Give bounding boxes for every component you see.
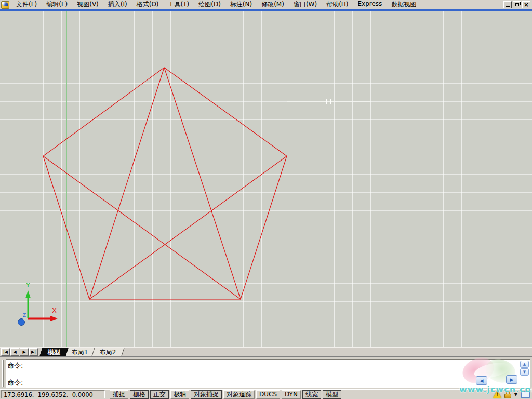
command-input-line[interactable]: 命令: — [6, 377, 520, 388]
layout-tabs: 模型布局1布局2 — [41, 348, 121, 356]
command-window: 命令: 命令: ▲ ▼ — [0, 356, 532, 389]
ucs-z-label: Z — [23, 313, 26, 318]
autocad-window: 文件(F)编辑(E)视图(V)插入(I)格式(O)工具(T)绘图(D)标注(N)… — [0, 0, 532, 399]
menu-item-tools[interactable]: 工具(T) — [164, 0, 194, 10]
close-button[interactable]: × — [522, 1, 530, 8]
toggle-otrack[interactable]: 对象追踪 — [223, 390, 255, 399]
menu-item-window[interactable]: 窗口(W) — [289, 0, 322, 10]
layout-tab-bar: |◀◀▶▶| 模型布局1布局2 — [0, 347, 532, 356]
ucs-icon: X Y Z — [18, 281, 58, 326]
toggle-polar[interactable]: 极轴 — [170, 390, 189, 399]
toggle-grid[interactable]: 栅格 — [130, 390, 149, 399]
pentagon-star-drawing[interactable]: X Y Z — [0, 11, 532, 347]
tab-model-label: 模型 — [48, 348, 60, 356]
tab-nav-prev-button[interactable]: ◀ — [10, 348, 19, 356]
toggle-ducs[interactable]: DUCS — [256, 390, 280, 399]
window-controls: × — [503, 1, 532, 8]
toggle-snap[interactable]: 捕捉 — [110, 390, 128, 399]
menu-item-modify[interactable]: 修改(M) — [257, 0, 289, 10]
tab-nav-buttons: |◀◀▶▶| — [0, 348, 39, 356]
close-icon: × — [524, 2, 529, 8]
minimize-button[interactable] — [503, 1, 512, 8]
tab-nav-first-button[interactable]: |◀ — [1, 348, 10, 356]
coordinate-readout[interactable]: 173.6916, 199.6352, 0.0000 — [1, 390, 105, 398]
annotation-warning-icon[interactable] — [493, 391, 501, 398]
restore-button[interactable] — [513, 1, 521, 8]
tab-layout2-label: 布局2 — [99, 348, 116, 356]
pentagram-line[interactable] — [164, 68, 241, 299]
pickbox-cursor — [326, 99, 331, 104]
toggle-dyn[interactable]: DYN — [282, 390, 301, 399]
menu-bar: 文件(F)编辑(E)视图(V)插入(I)格式(O)工具(T)绘图(D)标注(N)… — [0, 0, 532, 9]
menu-item-draw[interactable]: 绘图(D) — [194, 0, 225, 10]
tab-layout2[interactable]: 布局2 — [91, 348, 124, 356]
menu-item-help[interactable]: 帮助(H) — [322, 0, 353, 10]
menu-item-format[interactable]: 格式(O) — [132, 0, 164, 10]
pentagram-line[interactable] — [89, 68, 164, 299]
menu-item-dimension[interactable]: 标注(N) — [225, 0, 257, 10]
command-history-line[interactable]: 命令: — [6, 360, 520, 376]
menu-item-view[interactable]: 视图(V) — [72, 0, 103, 10]
menu-item-dataview[interactable]: 数据视图 — [387, 0, 421, 10]
drawing-canvas[interactable]: X Y Z — [0, 11, 532, 347]
status-bar: 173.6916, 199.6352, 0.0000 捕捉栅格正交极轴对象捕捉对… — [0, 389, 532, 399]
menu-item-express[interactable]: Express — [353, 0, 387, 10]
toggle-ortho[interactable]: 正交 — [150, 390, 169, 399]
toggle-osnap[interactable]: 对象捕捉 — [191, 390, 222, 399]
app-icon[interactable] — [1, 1, 9, 9]
restore-icon — [515, 3, 519, 6]
status-tray: ▼ — [493, 391, 532, 398]
ucs-x-label: X — [52, 307, 57, 314]
toggle-model[interactable]: 模型 — [323, 390, 341, 399]
toggle-lineweight[interactable]: 线宽 — [302, 390, 321, 399]
clean-screen-button[interactable] — [521, 391, 530, 398]
scroll-up-button[interactable]: ▲ — [520, 361, 529, 368]
command-scrollbar: ▲ ▼ — [520, 361, 529, 376]
tab-model[interactable]: 模型 — [39, 348, 69, 356]
pentagram-line[interactable] — [43, 156, 241, 300]
menu-item-file[interactable]: 文件(F) — [11, 0, 42, 10]
pentagram-line[interactable] — [89, 156, 287, 300]
pentagon-outline[interactable] — [43, 68, 287, 299]
tab-nav-next-button[interactable]: ▶ — [20, 348, 29, 356]
tray-menu-arrow-icon[interactable]: ▼ — [514, 392, 517, 397]
ucs-y-label: Y — [25, 281, 30, 289]
lock-body — [504, 394, 511, 398]
tab-nav-last-button[interactable]: ▶| — [29, 348, 38, 356]
command-window-grip[interactable] — [2, 360, 4, 387]
menu-item-edit[interactable]: 编辑(E) — [42, 0, 72, 10]
lock-icon[interactable] — [504, 391, 511, 398]
scroll-down-button[interactable]: ▼ — [520, 368, 529, 376]
menu-item-insert[interactable]: 插入(I) — [103, 0, 132, 10]
minimize-icon — [506, 6, 510, 7]
menu-items: 文件(F)编辑(E)视图(V)插入(I)格式(O)工具(T)绘图(D)标注(N)… — [11, 0, 421, 10]
tab-layout1-label: 布局1 — [72, 348, 88, 356]
command-text-area[interactable]: 命令: 命令: ▲ ▼ — [6, 359, 530, 388]
status-toggles: 捕捉栅格正交极轴对象捕捉对象追踪DUCSDYN线宽模型 — [110, 390, 341, 399]
